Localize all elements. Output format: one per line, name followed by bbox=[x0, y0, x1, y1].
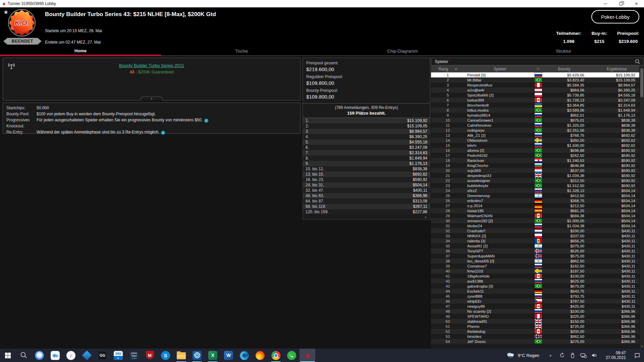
taskbar-ggpoker-button[interactable]: GG bbox=[95, 349, 110, 362]
player-row[interactable]: 5Spotzilla666 [2]$5.739,85$4.555,18 bbox=[431, 93, 639, 98]
usb-tray-icon[interactable] bbox=[570, 352, 576, 358]
player-row[interactable]: 47newguy89$425,00$430,11 bbox=[431, 304, 639, 309]
player-row[interactable]: 42audi138tt$625,00$430,11 bbox=[431, 279, 639, 284]
taskbar-itunes-button[interactable]: ♪ bbox=[63, 349, 79, 362]
scroll-down-icon[interactable]: ∨ bbox=[640, 345, 644, 348]
player-row[interactable]: 7litovchenko8$3.364,85$2.314,63 bbox=[431, 103, 639, 108]
taskbar-prime-video-button[interactable]: primevideo bbox=[126, 349, 142, 362]
player-row[interactable]: 22acesdesigner$312,50$590,92 bbox=[431, 178, 639, 183]
taskbar-edge-button[interactable] bbox=[236, 349, 252, 362]
player-row[interactable]: 23bubbleboybr$1.512,50$590,92 bbox=[431, 183, 639, 188]
taskbar-chrome-button[interactable] bbox=[268, 349, 284, 362]
sync-tray-icon[interactable] bbox=[559, 352, 565, 358]
players-scrollbar[interactable]: ∨ bbox=[640, 66, 644, 349]
player-row[interactable]: 32Crashsite!!$200,00$430,11 bbox=[431, 228, 639, 233]
player-row[interactable]: 21despedespi33$1.034,38$590,92 bbox=[431, 173, 639, 178]
player-row[interactable]: 16altzera [2]$696,88$590,92 bbox=[431, 148, 639, 153]
player-row[interactable]: 49SPEWTARD$325,00$366,96 bbox=[431, 314, 639, 319]
player-row[interactable]: 39Comatose7$162,50$430,11 bbox=[431, 263, 639, 268]
player-row[interactable]: 11CalmRevolver$1.325,00$838,38 bbox=[431, 123, 639, 128]
column-header-ergebnisse[interactable]: Ergebnisse bbox=[598, 67, 635, 71]
player-row[interactable]: 38leo_diesel05 [2]$862,50$430,11 bbox=[431, 258, 639, 263]
taskbar-pokerstars-button[interactable]: ♠ bbox=[300, 349, 315, 362]
taskbar-excel-button[interactable]: X bbox=[205, 349, 221, 362]
restore-button[interactable] bbox=[613, 0, 629, 7]
tab-struktur[interactable]: Struktur bbox=[483, 47, 644, 56]
player-row[interactable]: 30xrenanx182 [2]$1.000,00$504,14 bbox=[431, 218, 639, 223]
minimize-button[interactable] bbox=[598, 0, 613, 7]
player-row[interactable]: 51Phemo$725,00$366,96 bbox=[431, 324, 639, 329]
player-row[interactable]: 33NNNXX [2]$337,50$430,11 bbox=[431, 233, 639, 238]
player-row[interactable]: 46whipEEr$787,50$430,11 bbox=[431, 299, 639, 304]
info-icon[interactable]: i bbox=[161, 131, 165, 135]
taskbar-icloud-button[interactable] bbox=[47, 349, 63, 362]
player-row[interactable]: 18BanicIvan$1.240,63$590,92 bbox=[431, 158, 639, 163]
promo-series-link[interactable]: Bounty Builder Turbo Series 2021 bbox=[119, 63, 184, 68]
search-icon[interactable] bbox=[635, 59, 640, 64]
taskbar-file-explorer-button[interactable] bbox=[173, 349, 189, 362]
player-row[interactable]: 36TonyGPT$525,00$430,11 bbox=[431, 248, 639, 253]
player-row[interactable]: 34railerita [3]$656,25$430,11 bbox=[431, 238, 639, 243]
tab-chip-diagramm[interactable]: Chip-Diagramm bbox=[322, 47, 483, 56]
player-row[interactable]: 411BigAceHole$100,00$430,11 bbox=[431, 274, 639, 279]
player-row[interactable]: 43gabsdrogba [3]$675,00$430,11 bbox=[431, 284, 639, 289]
player-row[interactable]: 2Mr.Bittar$3.823,42$15.109,05 bbox=[431, 77, 639, 82]
player-row[interactable]: 29WalmartCNXN$684,38$504,14 bbox=[431, 213, 639, 218]
player-row[interactable]: 13Alik_Z1 [2]$768,75$692,62 bbox=[431, 133, 639, 138]
player-row[interactable]: 20vujo369$537,50$590,92 bbox=[431, 168, 639, 173]
close-button[interactable]: × bbox=[629, 0, 644, 7]
favorite-star-icon[interactable]: ★ bbox=[3, 9, 8, 16]
player-row[interactable]: 52thelatedog$200,00$366,96 bbox=[431, 329, 639, 334]
weather-widget[interactable]: 9°C Regen bbox=[506, 351, 545, 359]
taskbar-sky-button[interactable]: sky▶ bbox=[110, 349, 126, 362]
player-row[interactable]: 19KingChocho$646,88$590,92 bbox=[431, 163, 639, 168]
player-row[interactable]: 45zyxel888$793,75$430,11 bbox=[431, 294, 639, 299]
player-row[interactable]: 1Pendall [3]$5.629,66$15.109,92 bbox=[431, 72, 639, 77]
player-row[interactable]: 25Demmiennsp$412,50$504,14 bbox=[431, 193, 639, 198]
network-tray-icon[interactable] bbox=[580, 352, 587, 358]
player-row[interactable]: 8lottus.mudra$3.589,06$1.649,94 bbox=[431, 108, 639, 113]
player-row[interactable]: 50slabhead91$150,00$366,96 bbox=[431, 319, 639, 324]
taskbar-signal-button[interactable] bbox=[32, 349, 47, 362]
column-header-flag-icon[interactable]: ⚐ bbox=[533, 67, 544, 71]
player-row[interactable]: 26eriknitro7$368,75$504,14 bbox=[431, 198, 639, 203]
player-row[interactable]: 12rodrigorpv$2.251,56$838,38 bbox=[431, 128, 639, 133]
taskbar-whatsapp-button[interactable] bbox=[284, 349, 300, 362]
player-row[interactable]: 44Eschek11$643,75$430,11 bbox=[431, 289, 639, 294]
tab-home[interactable]: Home bbox=[0, 47, 161, 56]
player-row[interactable]: 28isistar185$681,25$504,14 bbox=[431, 208, 639, 213]
player-row[interactable]: 15telv!n$1.500,00$692,62 bbox=[431, 143, 639, 148]
taskbar-outlook-button[interactable]: O bbox=[189, 349, 205, 362]
info-icon[interactable]: i bbox=[204, 119, 208, 123]
player-row[interactable]: 6luelue399$1.728,13$3.247,09 bbox=[431, 98, 639, 103]
taskbar-mcafee-button[interactable]: M bbox=[142, 349, 158, 362]
player-row[interactable]: 10CannaGrower1$975,01$838,38 bbox=[431, 118, 639, 123]
notification-center-button[interactable] bbox=[631, 349, 644, 362]
player-row[interactable]: 17PedroHG92$262,50$590,92 bbox=[431, 153, 639, 158]
player-row[interactable]: 54JeF Dosso$275,00$366,96 bbox=[431, 339, 639, 344]
column-header-bounty[interactable]: Bounty bbox=[544, 67, 584, 71]
taskbar-word-button[interactable]: W bbox=[221, 349, 236, 362]
player-row[interactable]: 35Assad91 [2]$375,00$430,11 bbox=[431, 243, 639, 248]
player-row[interactable]: 9kymatoz8814$962,51$1.176,13 bbox=[431, 113, 639, 118]
column-header-spieler[interactable]: Spieler bbox=[467, 67, 533, 71]
player-row[interactable]: 24x0rzZ$1.328,13$504,14 bbox=[431, 188, 639, 193]
scrollbar-thumb[interactable] bbox=[640, 68, 643, 97]
column-header-rang[interactable]: Rang∧ bbox=[431, 67, 465, 71]
taskbar-diamond-app-button[interactable] bbox=[79, 349, 95, 362]
taskbar-start-button[interactable] bbox=[0, 349, 16, 362]
player-row[interactable]: 53hinsides$962,50$366,96 bbox=[431, 334, 639, 339]
player-row[interactable]: 40frma1103$187,50$430,11 bbox=[431, 268, 639, 274]
taskbar-firefox-button[interactable] bbox=[252, 349, 268, 362]
tray-expand-icon[interactable]: ∧ bbox=[545, 354, 556, 357]
payout-collapse-toggle[interactable]: ∧ bbox=[424, 216, 427, 219]
player-row[interactable]: 3RespectedAce$5.584,35$8.964,57 bbox=[431, 82, 639, 87]
taskbar-clock[interactable]: 09:47 27.05.2021 bbox=[601, 351, 631, 360]
tab-tische[interactable]: Tische bbox=[161, 47, 322, 56]
volume-tray-icon[interactable] bbox=[591, 352, 598, 358]
player-row[interactable]: 14OManstrom$350,00$692,62 bbox=[431, 138, 639, 143]
player-row[interactable]: 27e.p.2014$212,50$504,14 bbox=[431, 203, 639, 208]
player-row[interactable]: 4w1n@w4r$964,06$6.390,25 bbox=[431, 87, 639, 93]
player-row[interactable]: 48No scarety [2]$100,00$366,96 bbox=[431, 309, 639, 314]
player-row[interactable]: 31bkobe24$1.034,38$504,14 bbox=[431, 223, 639, 228]
